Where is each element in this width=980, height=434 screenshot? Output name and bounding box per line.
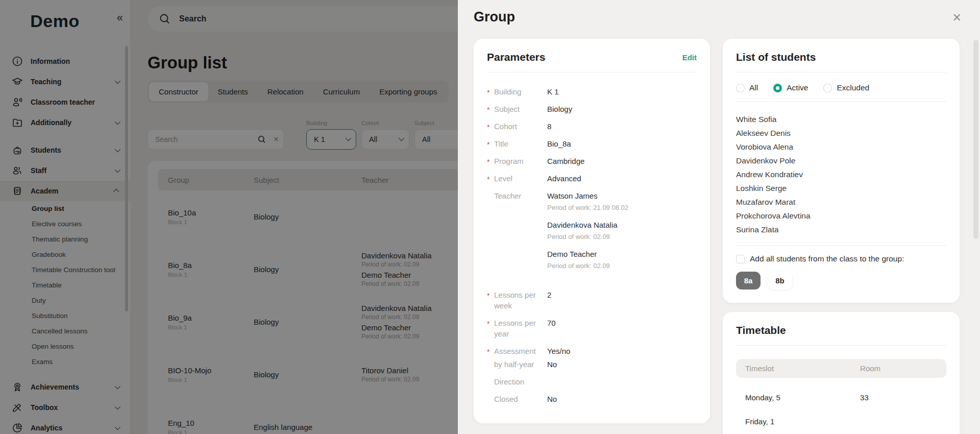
param-label: Closed xyxy=(487,394,547,404)
param-label: Lessons per year xyxy=(487,318,547,339)
close-icon[interactable]: ✕ xyxy=(952,12,962,23)
radio-icon xyxy=(823,84,832,92)
radio-icon xyxy=(736,84,745,92)
students-card: List of students All Active Excluded xyxy=(723,39,960,303)
checkbox-label: Add all students from the class to the g… xyxy=(750,254,904,263)
param-value: Yes/no xyxy=(547,346,697,356)
radio-all[interactable]: All xyxy=(736,83,758,92)
drawer-title: Group xyxy=(474,8,960,26)
checkbox-icon xyxy=(736,255,745,263)
timeslot-value: Friday, 1 xyxy=(736,417,860,426)
teacher-period: Period of work: 02.09 xyxy=(547,260,697,271)
param-label: by half-year xyxy=(487,359,547,370)
divider xyxy=(736,101,946,102)
room-value xyxy=(860,417,946,426)
class-buttons: 8a 8b xyxy=(736,272,946,290)
teacher-period: Period of work: 21.09 08.02 xyxy=(547,202,697,213)
edit-button[interactable]: Edit xyxy=(682,53,697,62)
radio-label: Excluded xyxy=(837,83,869,92)
param-label: Assessment xyxy=(487,346,547,356)
param-value: Bio_8a xyxy=(547,138,697,149)
timetable-card: Timetable Timeslot Room Monday, 5 33 Fri… xyxy=(723,312,960,434)
param-value: K 1 xyxy=(547,86,697,97)
param-label: Level xyxy=(487,173,547,184)
students-title: List of students xyxy=(736,51,816,63)
teacher-name: Watson James xyxy=(547,190,697,201)
timetable-row[interactable]: Friday, 1 xyxy=(736,417,946,426)
timeslot-value: Monday, 5 xyxy=(736,393,860,402)
list-item[interactable]: Alekseev Denis xyxy=(736,126,946,140)
divider xyxy=(736,72,946,73)
param-value xyxy=(547,376,697,387)
param-label: Teacher xyxy=(487,190,547,278)
column-header-room: Room xyxy=(860,364,946,373)
list-item[interactable]: Vorobiova Alena xyxy=(736,140,946,154)
class-8a-button[interactable]: 8a xyxy=(736,272,761,290)
list-item[interactable]: Prokchorova Alevtina xyxy=(736,209,946,223)
timetable-title: Timetable xyxy=(736,324,786,336)
radio-excluded[interactable]: Excluded xyxy=(823,83,869,92)
class-8b-button[interactable]: 8b xyxy=(768,272,792,290)
list-item[interactable]: Davidenkov Pole xyxy=(736,154,946,167)
radio-label: Active xyxy=(787,83,808,92)
list-item[interactable]: Andrew Kondratiev xyxy=(736,167,946,181)
param-label: Lessons per week xyxy=(487,290,547,311)
param-value: 2 xyxy=(547,290,697,311)
list-item[interactable]: Loshkin Serge xyxy=(736,181,946,195)
param-label: Title xyxy=(487,138,547,149)
param-label: Cohort xyxy=(487,121,547,132)
parameters-title: Parameters xyxy=(487,51,545,63)
group-drawer: Group ✕ Parameters Edit BuildingK 1 Subj… xyxy=(458,0,980,434)
param-value: Biology xyxy=(547,104,697,114)
param-value: Advanced xyxy=(547,173,697,184)
add-all-students-checkbox[interactable]: Add all students from the class to the g… xyxy=(736,254,946,263)
room-value: 33 xyxy=(860,393,946,402)
student-list: White Sofia Alekseev Denis Vorobiova Ale… xyxy=(736,112,946,236)
radio-active[interactable]: Active xyxy=(773,83,808,92)
param-label: Direction xyxy=(487,376,547,387)
param-value: No xyxy=(547,394,697,404)
list-item[interactable]: Muzafarov Marat xyxy=(736,195,946,209)
param-value: Cambridge xyxy=(547,156,697,166)
param-label: Program xyxy=(487,156,547,166)
radio-label: All xyxy=(749,83,758,92)
parameters-card: Parameters Edit BuildingK 1 SubjectBiolo… xyxy=(474,39,710,423)
radio-selected-icon xyxy=(773,84,782,92)
drawer-scrollbar[interactable] xyxy=(973,40,978,239)
modal-backdrop[interactable] xyxy=(0,0,458,434)
timetable-row[interactable]: Monday, 5 33 xyxy=(736,393,946,402)
list-item[interactable]: Surina Zlata xyxy=(736,223,946,236)
teacher-name: Davidenkova Natalia xyxy=(547,220,697,230)
teacher-name: Demo Teacher xyxy=(547,249,697,259)
param-value: 70 xyxy=(547,318,697,339)
drawer-columns: Parameters Edit BuildingK 1 SubjectBiolo… xyxy=(474,39,960,434)
divider xyxy=(736,245,946,246)
timetable-header: Timeslot Room xyxy=(736,359,946,378)
param-label: Building xyxy=(487,86,547,97)
students-filter: All Active Excluded xyxy=(736,83,946,92)
param-label: Subject xyxy=(487,104,547,114)
column-header-timeslot: Timeslot xyxy=(736,364,860,373)
param-value: No xyxy=(547,359,697,370)
teacher-period: Period of work: 02.09 xyxy=(547,231,697,242)
param-value: 8 xyxy=(547,121,697,132)
list-item[interactable]: White Sofia xyxy=(736,112,946,126)
divider xyxy=(736,345,946,346)
